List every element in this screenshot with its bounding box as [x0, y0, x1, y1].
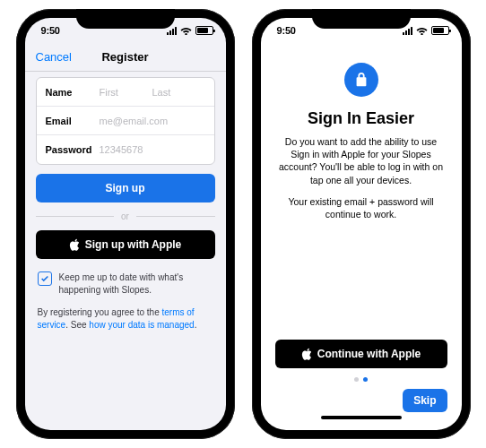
last-name-input[interactable]: Last — [152, 87, 205, 98]
screen-register: 9:50 Cancel Register Name First Last — [25, 18, 226, 430]
or-separator: or — [36, 211, 215, 221]
password-input[interactable]: 12345678 — [100, 144, 143, 155]
apple-icon — [301, 348, 312, 360]
terms-mid: . See — [65, 320, 89, 330]
page-indicator — [275, 377, 447, 382]
navbar: Cancel Register — [25, 43, 226, 72]
terms-prefix: By registering you agree to the — [38, 307, 162, 317]
cellular-icon — [403, 27, 412, 35]
page-dot-active — [363, 377, 368, 382]
skip-button-label: Skip — [413, 394, 436, 407]
screen-signin-easier: 9:50 Sign In Easier Do you want to add t… — [261, 18, 462, 430]
newsletter-label: Keep me up to date with what's happening… — [59, 271, 213, 296]
phone-left: 9:50 Cancel Register Name First Last — [16, 9, 235, 439]
register-form: Name First Last Email me@email.com Passw… — [36, 77, 215, 165]
email-label: Email — [46, 116, 92, 126]
name-row[interactable]: Name First Last — [37, 78, 214, 107]
newsletter-checkbox[interactable] — [38, 271, 52, 286]
phone-right: 9:50 Sign In Easier Do you want to add t… — [252, 9, 471, 439]
continue-apple-button[interactable]: Continue with Apple — [275, 340, 447, 368]
wifi-icon — [416, 26, 428, 35]
password-row[interactable]: Password 12345678 — [37, 135, 214, 164]
signup-button[interactable]: Sign up — [36, 174, 215, 202]
status-time: 9:50 — [277, 25, 296, 36]
battery-icon — [195, 26, 213, 35]
page-title: Register — [101, 50, 148, 64]
email-input[interactable]: me@email.com — [100, 116, 169, 126]
data-link[interactable]: how your data is managed — [89, 320, 194, 330]
signup-button-label: Sign up — [106, 182, 145, 194]
skip-button[interactable]: Skip — [403, 389, 447, 412]
cellular-icon — [167, 27, 177, 35]
body-text-2: Your existing email + password will cont… — [275, 195, 447, 220]
name-label: Name — [46, 87, 92, 98]
lock-icon — [354, 72, 369, 88]
terms-text: By registering you agree to the terms of… — [36, 306, 215, 331]
check-icon — [40, 274, 49, 283]
body-text-1: Do you want to add the ability to use Si… — [275, 135, 447, 186]
apple-button-label: Sign up with Apple — [85, 238, 182, 251]
cancel-button[interactable]: Cancel — [36, 50, 72, 64]
password-label: Password — [46, 144, 92, 155]
separator-text: or — [121, 211, 129, 221]
battery-icon — [431, 26, 449, 35]
status-time: 9:50 — [41, 25, 60, 36]
first-name-input[interactable]: First — [100, 87, 152, 98]
notch — [76, 9, 175, 29]
wifi-icon — [180, 26, 192, 35]
continue-button-label: Continue with Apple — [317, 348, 421, 360]
page-dot — [354, 377, 359, 382]
home-indicator — [321, 416, 402, 419]
signup-apple-button[interactable]: Sign up with Apple — [36, 230, 215, 259]
lock-badge — [344, 63, 378, 97]
terms-suffix: . — [195, 320, 197, 330]
apple-icon — [69, 238, 80, 251]
notch — [312, 9, 411, 29]
headline: Sign In Easier — [275, 109, 447, 128]
email-row[interactable]: Email me@email.com — [37, 107, 214, 135]
